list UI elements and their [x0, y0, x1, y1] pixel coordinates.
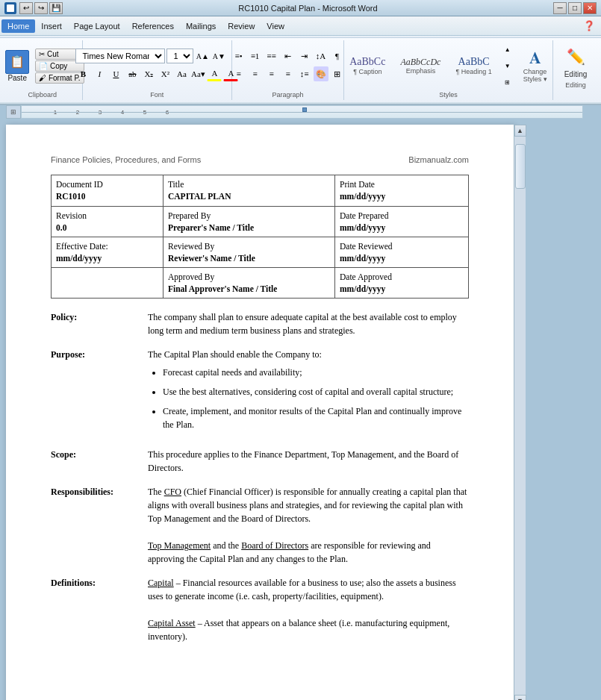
prepared-by-label: Prepared By	[168, 211, 211, 220]
policy-content: The company shall plan to ensure adequat…	[148, 310, 469, 337]
menu-item-review[interactable]: Review	[222, 19, 261, 33]
font-family-select[interactable]: Times New Roman	[75, 49, 165, 63]
multilevel-button[interactable]: ≡≡	[264, 49, 279, 63]
clear-format-button[interactable]: Aa	[174, 66, 189, 81]
quick-access-save[interactable]: 💾	[49, 2, 63, 14]
styles-scroll-up[interactable]: ▲	[500, 42, 515, 57]
minimize-button[interactable]: ─	[553, 2, 567, 14]
date-approved-cell: Date Approved mm/dd/yyyy	[335, 267, 469, 298]
editing-icon: ✏️	[564, 43, 588, 70]
capital-term: Capital	[148, 578, 174, 588]
ribbon-group-clipboard: 📋 Paste ✂ Cut 📄 Copy 🖌 Format P. Clipboa…	[3, 40, 83, 100]
paste-button[interactable]: 📋 Paste	[1, 49, 34, 84]
para-row-2: ≡ ≡ ≡ ≡ ↕≡ 🎨 ⊞	[231, 66, 345, 81]
menu-item-insert[interactable]: Insert	[35, 19, 68, 33]
maximize-button[interactable]: □	[568, 2, 582, 14]
style-emphasis[interactable]: AaBbCcDc Emphasis	[393, 54, 447, 77]
menu-item-view[interactable]: View	[261, 19, 290, 33]
title-value: CAPITAL PLAN	[168, 192, 231, 201]
italic-button[interactable]: I	[92, 66, 107, 81]
change-styles-button[interactable]: 𝐀 ChangeStyles ▾	[517, 46, 554, 85]
menu-item-references[interactable]: References	[126, 19, 180, 33]
font-row-2: B I U ab X₂ X² Aa Aa▾ A A	[75, 66, 238, 81]
purpose-item-2: Use the best alternatives, considering c…	[163, 385, 469, 399]
scroll-down-button[interactable]: ▼	[514, 695, 526, 700]
window-controls: ─ □ ✕	[553, 2, 597, 14]
underline-button[interactable]: U	[108, 66, 123, 81]
purpose-content: The Capital Plan should enable the Compa…	[148, 348, 469, 437]
scroll-thumb[interactable]	[515, 144, 526, 189]
ruler-row: ⊞ 1 2 3 4 5 6	[6, 105, 595, 122]
ruler-tab-marker	[302, 107, 307, 112]
responsibilities-content: The CFO (Chief Financial Officer) is res…	[148, 485, 469, 566]
superscript-button[interactable]: X²	[158, 66, 172, 81]
editing-button[interactable]: ✏️ Editing	[559, 42, 592, 80]
ribbon-group-editing: ✏️ Editing Editing	[553, 40, 598, 100]
scope-label: Scope:	[51, 448, 148, 475]
menu-item-pagelayout[interactable]: Page Layout	[68, 19, 126, 33]
menu-item-mailings[interactable]: Mailings	[180, 19, 222, 33]
bold-button[interactable]: B	[75, 66, 90, 81]
decrease-indent-button[interactable]: ⇤	[281, 49, 296, 63]
definitions-section: Definitions: Capital – Financial resourc…	[51, 576, 469, 643]
effective-date-label: Effective Date:	[56, 242, 108, 251]
change-case-button[interactable]: Aa▾	[190, 66, 205, 81]
menu-item-home[interactable]: Home	[1, 19, 35, 33]
purpose-item-1: Forecast capital needs and availability;	[163, 366, 469, 379]
print-date-value: mm/dd/yyyy	[340, 192, 385, 201]
purpose-section: Purpose: The Capital Plan should enable …	[51, 348, 469, 437]
quick-access-redo[interactable]: ↪	[34, 2, 48, 14]
style-heading1[interactable]: AaBbC ¶ Heading 1	[449, 54, 498, 78]
align-right-button[interactable]: ≡	[264, 66, 279, 81]
clipboard-content: 📋 Paste ✂ Cut 📄 Copy 🖌 Format P.	[1, 42, 84, 90]
revision-value: 0.0	[56, 223, 66, 232]
quick-access-undo[interactable]: ↩	[19, 2, 33, 14]
align-center-button[interactable]: ≡	[248, 66, 263, 81]
font-row-1: Times New Roman 12 A▲ A▼	[75, 49, 238, 63]
numbering-button[interactable]: ≡1	[248, 49, 263, 63]
purpose-item-3: Create, implement, and monitor results o…	[163, 404, 469, 431]
header-left: Finance Policies, Procedures, and Forms	[51, 154, 201, 166]
ribbon-content: 📋 Paste ✂ Cut 📄 Copy 🖌 Format P. Clipboa…	[0, 37, 601, 102]
paragraph-label: Paragraph	[272, 91, 303, 99]
styles-scroll-down[interactable]: ▼	[500, 58, 515, 73]
definitions-content: Capital – Financial resources available …	[148, 576, 469, 643]
help-icon[interactable]: ❓	[582, 19, 597, 34]
date-approved-label: Date Approved	[340, 272, 392, 281]
style-caption[interactable]: AaBbCc ¶ Caption	[343, 54, 392, 78]
definitions-label: Definitions:	[51, 576, 148, 643]
styles-more[interactable]: ⊞	[500, 75, 515, 90]
date-prepared-cell: Date Prepared mm/dd/yyyy	[335, 206, 469, 237]
definition-capital: Capital – Financial resources available …	[148, 576, 469, 603]
title-cell: Title CAPITAL PLAN	[164, 175, 335, 206]
bullets-button[interactable]: ≡•	[231, 49, 246, 63]
text-highlight-button[interactable]: A	[207, 66, 222, 81]
scroll-up-button[interactable]: ▲	[514, 125, 526, 137]
font-size-select[interactable]: 12	[166, 49, 193, 63]
date-prepared-label: Date Prepared	[340, 211, 388, 220]
subscript-button[interactable]: X₂	[141, 66, 156, 81]
editing-group-label: Editing	[565, 81, 586, 89]
sort-button[interactable]: ↕A	[314, 49, 328, 63]
line-spacing-button[interactable]: ↕≡	[297, 66, 312, 81]
strikethrough-button[interactable]: ab	[125, 66, 140, 81]
shrink-font-button[interactable]: A▼	[211, 49, 226, 63]
reviewed-by-cell: Reviewed By Reviewer's Name / Title	[164, 237, 335, 267]
align-left-button[interactable]: ≡	[231, 66, 246, 81]
responsibilities-label: Responsibilities:	[51, 485, 148, 566]
approved-by-value: Final Approver's Name / Title	[168, 284, 277, 293]
ribbon-group-font: Times New Roman 12 A▲ A▼ B I U ab X₂ X² …	[83, 40, 232, 100]
doc-id-value: RC1010	[56, 192, 86, 201]
document-area: Finance Policies, Procedures, and Forms …	[0, 122, 601, 700]
prepared-by-value: Preparer's Name / Title	[168, 223, 254, 232]
grow-font-button[interactable]: A▲	[195, 49, 210, 63]
style-heading1-label: ¶ Heading 1	[455, 68, 491, 75]
table-row: Approved By Final Approver's Name / Titl…	[52, 267, 469, 298]
close-button[interactable]: ✕	[583, 2, 597, 14]
shading-button[interactable]: 🎨	[314, 66, 328, 81]
title-label: Title	[168, 180, 184, 189]
increase-indent-button[interactable]: ⇥	[297, 49, 312, 63]
vertical-scrollbar: ▲ ▼	[514, 125, 526, 700]
justify-button[interactable]: ≡	[281, 66, 296, 81]
revision-label: Revision	[56, 211, 87, 220]
